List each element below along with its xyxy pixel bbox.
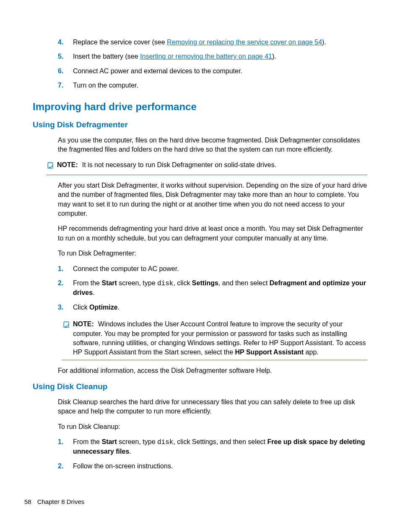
list-number: 6. <box>58 67 73 76</box>
list-text: From the Start screen, type disk, click … <box>73 279 367 298</box>
list-number: 3. <box>58 303 73 312</box>
paragraph: To run Disk Defragmenter: <box>58 249 367 258</box>
document-page: 4. Replace the service cover (see Removi… <box>0 0 400 532</box>
paragraph: As you use the computer, files on the ha… <box>58 136 367 155</box>
note-label: NOTE: <box>57 161 78 168</box>
list-text: Turn on the computer. <box>73 81 367 90</box>
list-item: 4. Replace the service cover (see Removi… <box>58 38 367 47</box>
list-item: 3. Click Optimize. <box>58 303 367 312</box>
list-number: 2. <box>58 462 73 471</box>
list-text: Connect AC power and external devices to… <box>73 67 367 76</box>
list-text: Insert the battery (see Inserting or rem… <box>73 52 367 61</box>
list-number: 2. <box>58 279 73 298</box>
section-heading-improving: Improving hard drive performance <box>33 100 367 114</box>
paragraph: HP recommends defragmenting your hard dr… <box>58 224 367 243</box>
list-item: 5. Insert the battery (see Inserting or … <box>58 52 367 61</box>
list-item: 7. Turn on the computer. <box>58 81 367 90</box>
list-text: Follow the on-screen instructions. <box>73 462 367 471</box>
note-body: NOTE:It is not necessary to run Disk Def… <box>57 160 367 172</box>
paragraph: Disk Cleanup searches the hard drive for… <box>58 398 367 416</box>
cleanup-steps-list: 1. From the Start screen, type disk, cli… <box>58 437 367 471</box>
subsection-heading-defragmenter: Using Disk Defragmenter <box>33 119 367 131</box>
subsection-heading-cleanup: Using Disk Cleanup <box>33 381 367 393</box>
note-text: It is not necessary to run Disk Defragme… <box>82 161 276 168</box>
paragraph: For additional information, access the D… <box>58 366 367 375</box>
paragraph: To run Disk Cleanup: <box>58 422 367 431</box>
note-icon <box>62 320 73 357</box>
list-number: 1. <box>58 437 73 457</box>
note-block: NOTE:Windows includes the User Account C… <box>62 320 367 360</box>
note-label: NOTE: <box>73 320 94 328</box>
list-text: Click Optimize. <box>73 303 367 312</box>
list-item: 2. Follow the on-screen instructions. <box>58 462 367 471</box>
list-number: 4. <box>58 38 73 47</box>
list-item: 6. Connect AC power and external devices… <box>58 67 367 76</box>
list-text: Replace the service cover (see Removing … <box>73 38 367 47</box>
link-battery[interactable]: Inserting or removing the battery on pag… <box>140 53 272 60</box>
content-area: 4. Replace the service cover (see Removi… <box>58 38 367 471</box>
list-number: 5. <box>58 52 73 61</box>
defrag-steps-list: 1. Connect the computer to AC power. 2. … <box>58 264 367 312</box>
continued-ordered-list: 4. Replace the service cover (see Removi… <box>58 38 367 90</box>
list-item: 2. From the Start screen, type disk, cli… <box>58 279 367 298</box>
note-body: NOTE:Windows includes the User Account C… <box>73 320 367 357</box>
page-footer: 58Chapter 8 Drives <box>24 497 84 506</box>
list-number: 7. <box>58 81 73 90</box>
list-item: 1. From the Start screen, type disk, cli… <box>58 437 367 457</box>
note-block: NOTE:It is not necessary to run Disk Def… <box>46 160 367 175</box>
list-number: 1. <box>58 264 73 274</box>
page-number: 58 <box>24 498 31 505</box>
list-item: 1. Connect the computer to AC power. <box>58 264 367 274</box>
list-text: From the Start screen, type disk, click … <box>73 437 367 457</box>
note-icon <box>46 161 57 172</box>
paragraph: After you start Disk Defragmenter, it wo… <box>58 181 367 219</box>
link-service-cover[interactable]: Removing or replacing the service cover … <box>167 39 322 46</box>
chapter-label: Chapter 8 Drives <box>37 498 85 505</box>
list-text: Connect the computer to AC power. <box>73 264 367 274</box>
